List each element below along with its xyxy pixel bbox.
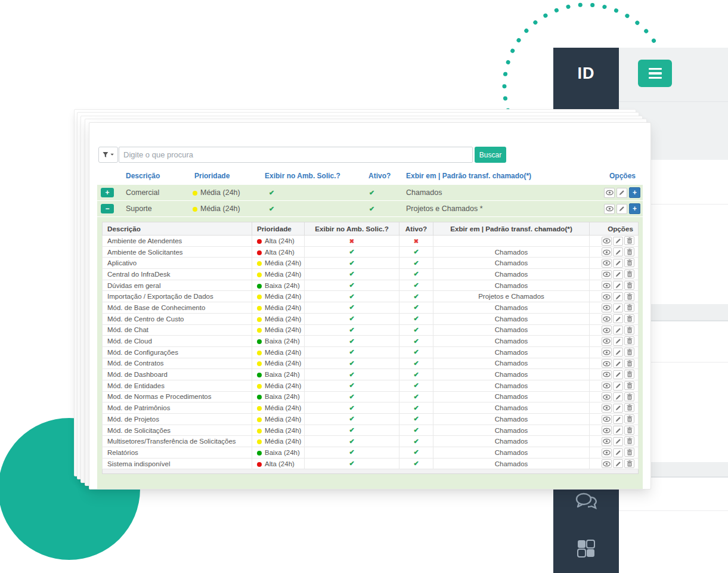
- delete-button[interactable]: [624, 426, 634, 435]
- view-button[interactable]: [602, 404, 612, 413]
- delete-button[interactable]: [624, 247, 634, 256]
- delete-button[interactable]: [624, 403, 634, 412]
- edit-button[interactable]: [613, 459, 623, 468]
- view-button[interactable]: [602, 359, 612, 368]
- expand-button[interactable]: +: [101, 188, 114, 197]
- view-button[interactable]: [602, 337, 612, 346]
- view-button[interactable]: [602, 259, 612, 268]
- edit-button[interactable]: [613, 337, 623, 346]
- view-button[interactable]: [602, 326, 612, 334]
- view-button[interactable]: [602, 314, 612, 323]
- edit-button[interactable]: [613, 370, 623, 379]
- search-input[interactable]: [119, 147, 473, 163]
- menu-button[interactable]: [638, 60, 672, 87]
- view-button[interactable]: [602, 247, 612, 256]
- search-button[interactable]: Buscar: [475, 147, 506, 163]
- subcategory-name: Mód. de Dashboard: [103, 369, 252, 380]
- edit-button[interactable]: [613, 437, 623, 446]
- delete-button[interactable]: [624, 326, 634, 334]
- subcategory-priority: Média (24h): [252, 380, 305, 391]
- delete-button[interactable]: [624, 370, 634, 379]
- delete-button[interactable]: [624, 392, 634, 401]
- view-button[interactable]: [602, 292, 612, 301]
- main-column-header: Prioridade: [191, 172, 263, 180]
- delete-button[interactable]: [624, 236, 634, 245]
- delete-button[interactable]: [624, 292, 634, 301]
- collapse-button[interactable]: −: [101, 204, 114, 213]
- sidebar-item-modules[interactable]: [553, 540, 619, 557]
- edit-button[interactable]: [613, 404, 623, 413]
- delete-button[interactable]: [624, 336, 634, 345]
- view-button[interactable]: [602, 270, 612, 279]
- priority-dot: [257, 339, 262, 344]
- view-button[interactable]: [602, 426, 612, 435]
- subcategory-row: Mod. de Normas e ProcedimentosBaixa (24h…: [103, 391, 639, 402]
- view-button[interactable]: [604, 204, 615, 214]
- check-icon: ✔: [349, 270, 354, 277]
- delete-button[interactable]: [624, 436, 634, 445]
- subcategory-name: Mód. de Entidades: [103, 380, 252, 391]
- view-button[interactable]: [602, 459, 612, 468]
- subcategory-row: Mód. de ConfiguraçõesMédia (24h)✔✔Chamad…: [103, 346, 639, 358]
- view-button[interactable]: [602, 370, 612, 379]
- edit-button[interactable]: [613, 392, 623, 401]
- view-button[interactable]: [602, 348, 612, 357]
- edit-button[interactable]: [613, 415, 623, 424]
- view-button[interactable]: [602, 437, 612, 446]
- subcategory-exbir-em: Chamados: [433, 425, 590, 436]
- check-icon: ✔: [413, 448, 419, 456]
- hamburger-icon: [649, 72, 662, 75]
- view-button[interactable]: [602, 415, 612, 424]
- subcategory-name: Multisetores/Transferência de Solicitaçõ…: [103, 436, 252, 447]
- view-button[interactable]: [602, 237, 612, 246]
- delete-button[interactable]: [624, 270, 634, 278]
- check-icon: ✔: [349, 348, 354, 355]
- delete-button[interactable]: [624, 258, 634, 267]
- edit-button[interactable]: [613, 448, 623, 457]
- edit-button[interactable]: [613, 292, 623, 301]
- add-button[interactable]: +: [629, 187, 640, 198]
- view-button[interactable]: [602, 281, 612, 290]
- add-button[interactable]: +: [629, 203, 640, 214]
- edit-button[interactable]: [613, 348, 623, 357]
- delete-button[interactable]: [624, 381, 634, 390]
- subcategory-exbir-em: Chamados: [433, 447, 590, 459]
- edit-button[interactable]: [613, 314, 623, 323]
- edit-button[interactable]: [617, 204, 627, 214]
- subcategory-name: Mód. de Solicitações: [103, 425, 252, 436]
- edit-button[interactable]: [613, 237, 623, 246]
- view-button[interactable]: [602, 303, 612, 312]
- view-button[interactable]: [602, 448, 612, 457]
- edit-button[interactable]: [613, 247, 623, 256]
- subcategory-priority: Alta (24h): [252, 458, 305, 469]
- delete-button[interactable]: [624, 359, 634, 368]
- edit-button[interactable]: [613, 326, 623, 334]
- subcategory-row: Mód. de ChatMédia (24h)✔✔Chamados: [103, 324, 639, 336]
- edit-button[interactable]: [613, 359, 623, 368]
- delete-button[interactable]: [624, 459, 634, 468]
- sidebar-item-chat[interactable]: [553, 492, 619, 510]
- category-exbir-em: Projetos e Chamados *: [403, 205, 591, 213]
- view-button[interactable]: [604, 188, 615, 198]
- edit-button[interactable]: [617, 188, 627, 198]
- check-icon: ✔: [413, 460, 419, 467]
- edit-button[interactable]: [613, 259, 623, 268]
- delete-button[interactable]: [624, 348, 634, 357]
- delete-button[interactable]: [624, 448, 634, 457]
- hamburger-icon: [649, 68, 662, 70]
- delete-button[interactable]: [624, 414, 634, 423]
- filter-button[interactable]: [98, 147, 118, 163]
- delete-button[interactable]: [624, 303, 634, 312]
- chevron-down-icon: [110, 153, 114, 156]
- cut-off-row: [103, 469, 639, 474]
- edit-button[interactable]: [613, 382, 623, 391]
- edit-button[interactable]: [613, 270, 623, 279]
- edit-button[interactable]: [613, 426, 623, 435]
- delete-button[interactable]: [624, 314, 634, 323]
- delete-button[interactable]: [624, 281, 634, 290]
- edit-button[interactable]: [613, 303, 623, 312]
- view-button[interactable]: [602, 382, 612, 391]
- priority-dot: [257, 429, 262, 433]
- view-button[interactable]: [602, 392, 612, 401]
- edit-button[interactable]: [613, 281, 623, 290]
